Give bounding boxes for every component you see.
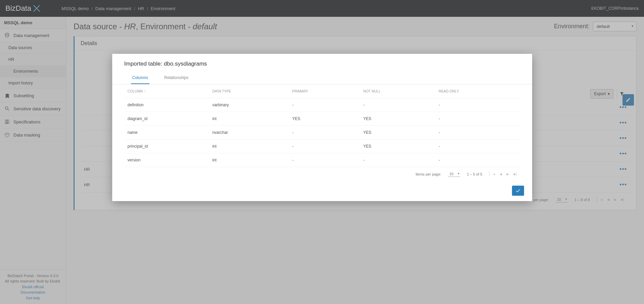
dlg-items-per-page-select[interactable]: 10 [448, 171, 460, 177]
last-page-icon[interactable]: ▸⎸ [514, 171, 520, 177]
confirm-button[interactable] [512, 186, 524, 196]
check-icon [515, 188, 521, 193]
table-row: principal_idint-YES- [124, 140, 520, 153]
column-header[interactable]: PRIMARY [289, 84, 360, 98]
table-row: definitionvarbinary--- [124, 98, 520, 112]
sort-asc-icon: ↑ [144, 89, 146, 93]
columns-table: COLUMN↑DATA TYPEPRIMARYNOT NULLREAD-ONLY… [124, 84, 520, 167]
imported-table-dialog: Imported table: dbo.sysdiagrams ColumnsR… [112, 54, 532, 201]
first-page-icon[interactable]: ⎸◂ [489, 171, 495, 177]
prev-page-icon[interactable]: ◂ [500, 171, 502, 177]
tab-columns[interactable]: Columns [131, 72, 149, 84]
column-header[interactable]: DATA TYPE [209, 84, 289, 98]
dialog-title: Imported table: dbo.sysdiagrams [112, 61, 532, 72]
column-header[interactable]: READ-ONLY [435, 84, 520, 98]
table-row: diagram_idintYESYES- [124, 112, 520, 126]
table-row: namenvarchar-YES- [124, 126, 520, 140]
next-page-icon[interactable]: ▸ [507, 171, 509, 177]
modal-scrim[interactable]: Imported table: dbo.sysdiagrams ColumnsR… [0, 0, 644, 304]
dialog-pager: Items per page: 10 1 – 5 of 5 ⎸◂ ◂ ▸ ▸⎸ [112, 167, 532, 181]
column-header[interactable]: COLUMN↑ [124, 84, 209, 98]
table-row: versionint--- [124, 153, 520, 167]
tab-relationships[interactable]: Relationships [163, 72, 190, 84]
column-header[interactable]: NOT NULL [360, 84, 435, 98]
